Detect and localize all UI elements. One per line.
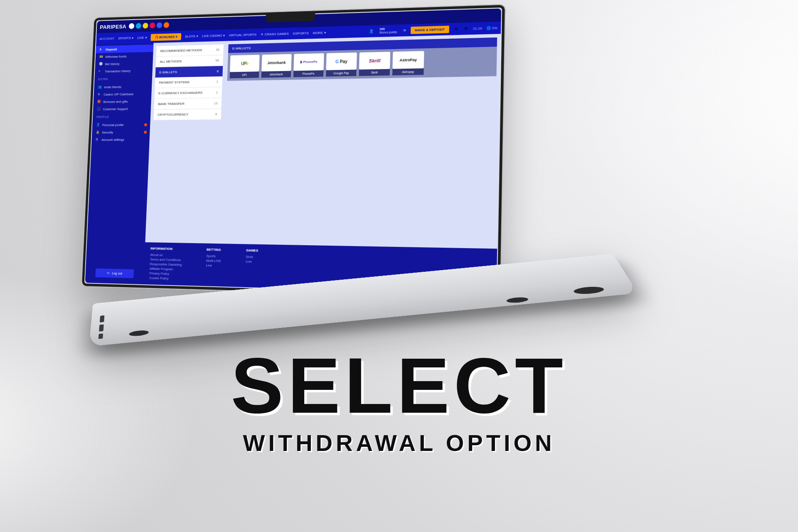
sidebar-item-label: Account settings (101, 138, 124, 141)
category-count: 1 (217, 80, 219, 84)
league-icon[interactable] (156, 22, 162, 28)
laptop-lid: PARIPESA ACCOUNT SPORTS ▾ LIVE ▾ 🎁 BONUS… (81, 4, 506, 299)
category-count: 9 (215, 112, 217, 116)
hero-caption: SELECT WITHDRAWAL OPTION (0, 349, 798, 456)
league-icon[interactable] (143, 23, 148, 29)
category-cryptocurrency[interactable]: CRYPTOCURRENCY 9 (153, 109, 221, 121)
league-icon[interactable] (163, 22, 169, 28)
laptop-notch (266, 13, 315, 22)
nav-slots[interactable]: SLOTS ▾ (185, 32, 198, 40)
footer-link[interactable]: Sports (206, 254, 221, 259)
wallet-logo: AstroPay (392, 51, 424, 69)
footer-link[interactable]: Multi-LIVE (206, 258, 221, 263)
category-currency-exchangers[interactable]: E-CURRENCY EXCHANGERS 1 (154, 87, 222, 99)
category-all-methods[interactable]: ALL METHODS 56 (156, 55, 224, 67)
category-ewallets[interactable]: E-WALLETS 6 (155, 66, 223, 78)
laptop-mockup: PARIPESA ACCOUNT SPORTS ▾ LIVE ▾ 🎁 BONUS… (81, 12, 538, 332)
wallet-icon: 💳 (99, 55, 103, 59)
wallet-label: Skrill (359, 69, 390, 76)
mail-icon[interactable]: ✉ (453, 26, 459, 32)
footer-link[interactable]: Slots (246, 254, 258, 259)
headset-icon: 🎧 (97, 107, 101, 111)
sidebar-item-label: Transaction history (105, 69, 131, 73)
sidebar-item-vip-cashback[interactable]: ⊛ Casino VIP Cashback (94, 90, 152, 98)
footer-heading: GAMES (246, 249, 258, 253)
wallet-card-skrill[interactable]: Skrill Skrill (359, 52, 390, 76)
gear-icon: ⚙ (96, 138, 100, 142)
sidebar-item-label: Bet history (105, 62, 120, 66)
logout-label: Log out (112, 271, 122, 276)
main-empty-area (145, 117, 499, 249)
footer-link[interactable]: Live (246, 259, 258, 264)
wallet-label: Jetonbank (261, 71, 291, 78)
category-recommended[interactable]: RECOMMENDED METHODS 26 (156, 44, 224, 57)
nav-crash-games[interactable]: ✈ CRASH GAMES (261, 30, 289, 38)
category-label: E-WALLETS (159, 70, 177, 74)
wallet-logo: G Pay (326, 52, 357, 70)
settings-gear-icon[interactable]: ⚙ (463, 26, 469, 31)
logout-button[interactable]: ↪ Log out (95, 268, 134, 278)
footer-col-betting: BETTING Sports Multi-LIVE Live (205, 248, 222, 282)
footer-heading: INFORMATION (150, 246, 182, 251)
wallet-logo: Skrill (359, 52, 390, 70)
app-screen: PARIPESA ACCOUNT SPORTS ▾ LIVE ▾ 🎁 BONUS… (85, 8, 501, 294)
footer-link[interactable]: Cookie Policy (149, 276, 182, 281)
sidebar-item-invite[interactable]: 👥 Invite friends (94, 83, 152, 91)
wallet-card-googlepay[interactable]: G Pay Google Pay (326, 52, 357, 76)
make-deposit-button[interactable]: MAKE A DEPOSIT (410, 25, 449, 34)
coin-icon: ⊛ (98, 92, 102, 96)
nav-bonuses[interactable]: 🎁 BONUSES ▾ (150, 33, 181, 41)
sidebar-item-security[interactable]: 🔒 Security (92, 128, 150, 136)
category-count: 6 (217, 69, 219, 73)
wallet-label: Astropay (392, 68, 424, 75)
brand-logo[interactable]: PARIPESA (100, 23, 126, 30)
user-icon[interactable]: 👤 (369, 29, 374, 34)
sidebar-item-txn-history[interactable]: ≡ Transaction history (95, 66, 153, 75)
wallet-card-jetonbank[interactable]: Jetonbank Jetonbank (261, 54, 292, 78)
user-icon: 👤 (96, 123, 100, 127)
clock-time: 21:19 (473, 25, 482, 32)
league-icon[interactable] (135, 23, 141, 29)
list-icon: ≡ (99, 69, 103, 74)
nav-esports[interactable]: ESPORTS (293, 30, 309, 37)
sidebar-item-settings[interactable]: ⚙ Account settings (91, 135, 150, 143)
sidebar-item-label: Invite friends (104, 85, 121, 89)
sidebar-item-support[interactable]: 🎧 Customer Support (93, 105, 151, 113)
category-bank-transfer[interactable]: BANK TRANSFER 13 (154, 98, 222, 110)
account-balance[interactable]: INRBonus points (378, 27, 399, 34)
wallet-label: PhonePe (293, 70, 324, 77)
wallet-card-upi[interactable]: UPI› UPI (230, 55, 260, 79)
sidebar-item-bonuses[interactable]: 🎁 Bonuses and gifts (93, 97, 151, 106)
main-panel: RECOMMENDED METHODS 26 ALL METHODS 56 E-… (143, 34, 501, 294)
sidebar-item-personal[interactable]: 👤 Personal profile (92, 121, 150, 129)
nav-virtual-sports[interactable]: VIRTUAL SPORTS (229, 31, 256, 39)
dollar-icon: $ (100, 47, 104, 52)
wallet-logo: UPI› (230, 55, 260, 72)
nav-more[interactable]: MORE ▾ (313, 29, 326, 37)
league-icons (128, 22, 169, 29)
footer-col-information: INFORMATION About us Terms and Condition… (149, 246, 182, 281)
alert-dot-icon (144, 131, 147, 133)
nav-account-label: ACCOUNT (99, 35, 115, 42)
footer-heading: BETTING (207, 248, 222, 252)
nav-sports[interactable]: SPORTS ▾ (118, 34, 133, 42)
sidebar-item-label: Withdraw funds (105, 54, 126, 59)
nav-live-casino[interactable]: LIVE CASINO ▾ (202, 32, 225, 39)
nav-live[interactable]: LIVE ▾ (137, 34, 147, 41)
language-selector[interactable]: 🌐 EN (486, 24, 497, 32)
sidebar-item-label: Customer Support (103, 107, 128, 111)
lock-icon: 🔒 (96, 130, 100, 134)
category-label: BANK TRANSFER (158, 102, 185, 106)
alert-dot-icon (144, 123, 147, 126)
footer-link[interactable]: Live (206, 263, 221, 268)
people-icon: 👥 (98, 85, 102, 89)
wallet-card-astropay[interactable]: AstroPay Astropay (392, 51, 424, 76)
footer-col-games: GAMES Slots Live (245, 249, 258, 283)
league-icon[interactable] (149, 22, 155, 28)
refresh-icon[interactable]: ⟳ (403, 27, 406, 34)
wallet-panel: E-WALLETS UPI› UPI Jetonbank Jetonbank (226, 37, 497, 120)
category-label: CRYPTOCURRENCY (158, 113, 189, 117)
league-icon[interactable] (128, 23, 134, 29)
wallet-card-phonepe[interactable]: ⬮ PhonePe PhonePe (293, 53, 324, 77)
category-payment-systems[interactable]: PAYMENT SYSTEMS 1 (155, 76, 222, 89)
